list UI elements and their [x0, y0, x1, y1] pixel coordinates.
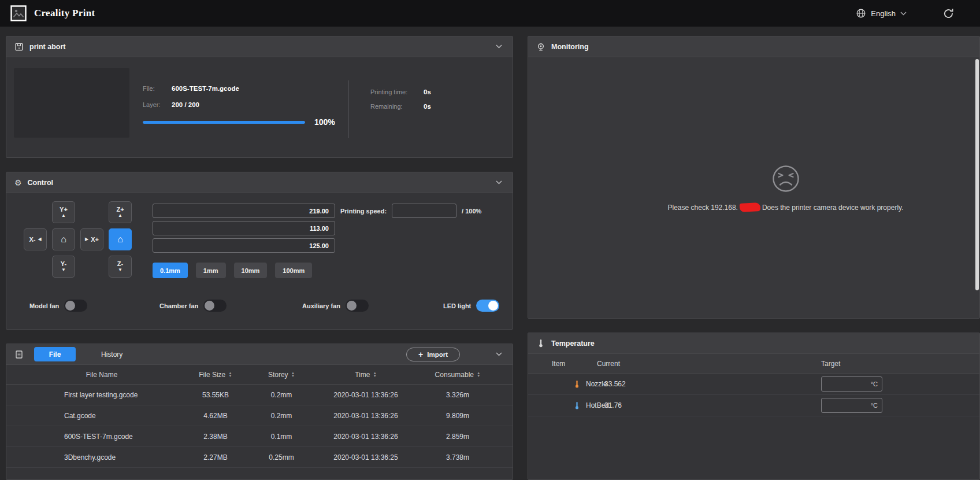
- table-row[interactable]: First layer testing.gcode 53.55KB 0.2mm …: [6, 385, 513, 405]
- table-row: HotBed 31.76 °C: [528, 395, 979, 416]
- hotbed-target-field: °C: [821, 398, 882, 413]
- model-fan-group: Model fan: [29, 300, 87, 312]
- step-10mm-button[interactable]: 10mm: [234, 263, 268, 278]
- temperature-title: Temperature: [551, 339, 595, 348]
- storey-cell: 0.1mm: [234, 433, 329, 441]
- printing-speed-input[interactable]: [392, 204, 456, 218]
- camera-error-message: Please check 192.168. Does the printer c…: [668, 203, 904, 212]
- y-position-input[interactable]: [153, 221, 335, 235]
- celsius-unit: °C: [871, 381, 878, 387]
- layer-line: Layer: 200 / 200: [143, 101, 199, 108]
- auxiliary-fan-toggle[interactable]: [346, 300, 369, 312]
- chamber-fan-toggle[interactable]: [203, 300, 227, 312]
- z-plus-button[interactable]: Z+ ▲: [109, 201, 132, 223]
- step-size-buttons: 0.1mm 1mm 10mm 100mm: [153, 263, 312, 278]
- file-name-cell: 3Dbenchy.gcode: [6, 453, 197, 461]
- jog-pad: Y+ ▲ Z+ ▲ X- ◀ ⌂ ▶: [24, 201, 132, 278]
- gear-icon: ⚙: [14, 179, 22, 187]
- time-cell: 2020-03-01 13:36:26: [329, 433, 403, 441]
- model-thumbnail: [14, 68, 129, 138]
- sort-icon[interactable]: ▲▼: [291, 372, 295, 377]
- nozzle-item: Nozzle: [573, 380, 597, 389]
- file-value: 600S-TEST-7m.gcode: [172, 85, 239, 92]
- divider: [348, 80, 349, 138]
- step-100mm-button[interactable]: 100mm: [275, 263, 312, 278]
- table-row[interactable]: 3Dbenchy.gcode 2.27MB 0.25mm 2020-03-01 …: [6, 447, 513, 468]
- z-minus-label: Z-: [117, 260, 123, 267]
- x-plus-label: X+: [91, 236, 99, 243]
- z-plus-label: Z+: [116, 206, 124, 213]
- hotbed-target: °C: [821, 398, 979, 413]
- print-abort-panel: print abort File: 600S-TEST-7m.gcode Lay…: [6, 36, 513, 158]
- print-progress: 100%: [143, 117, 335, 127]
- import-button[interactable]: + Import: [406, 348, 460, 361]
- model-fan-label: Model fan: [29, 302, 59, 309]
- top-bar-right: English: [856, 8, 972, 20]
- chevron-down-icon: [900, 12, 907, 16]
- table-row[interactable]: Cat.gcode 4.62MB 0.2mm 2020-03-01 13:36:…: [6, 405, 513, 426]
- toggle-knob: [65, 301, 75, 311]
- x-plus-button[interactable]: ▶ X+: [80, 228, 103, 250]
- col-file-name: File Name: [6, 371, 197, 379]
- nozzle-target-input[interactable]: [822, 381, 871, 387]
- globe-icon: [856, 8, 866, 19]
- progress-percent: 100%: [314, 117, 335, 127]
- x-minus-button[interactable]: X- ◀: [24, 228, 47, 250]
- led-light-group: LED light: [443, 300, 499, 312]
- led-light-toggle[interactable]: [476, 300, 499, 312]
- file-panel: File History + Import File Name File Siz…: [6, 344, 513, 480]
- file-size-cell: 4.62MB: [197, 412, 234, 420]
- y-minus-label: Y-: [61, 260, 66, 267]
- z-position-input[interactable]: [153, 238, 335, 253]
- home-z-button[interactable]: ⌂: [109, 228, 132, 250]
- x-minus-label: X-: [29, 236, 35, 243]
- consumable-cell: 3.326m: [403, 391, 513, 399]
- z-minus-button[interactable]: Z- ▼: [109, 256, 132, 278]
- y-plus-button[interactable]: Y+ ▲: [52, 201, 75, 223]
- print-abort-title: print abort: [29, 43, 66, 51]
- arrow-down-icon: ▼: [118, 268, 122, 273]
- remaining-label: Remaining:: [370, 103, 417, 110]
- table-row[interactable]: 600S-TEST-7m.gcode 2.38MB 0.1mm 2020-03-…: [6, 426, 513, 447]
- model-fan-toggle[interactable]: [64, 300, 87, 312]
- print-stats: Printing time: 0s Remaining: 0s: [370, 88, 431, 117]
- collapse-chevron-icon[interactable]: [493, 42, 504, 51]
- col-consumable-label: Consumable: [435, 371, 474, 379]
- scrollbar-thumb[interactable]: [975, 59, 979, 290]
- hotbed-current: 31.76: [604, 401, 821, 409]
- tab-file[interactable]: File: [34, 347, 76, 361]
- col-time: Time ▲▼: [329, 371, 403, 379]
- hotbed-target-input[interactable]: [822, 402, 871, 409]
- printing-time-label: Printing time:: [370, 88, 417, 95]
- step-0.1mm-button[interactable]: 0.1mm: [153, 263, 188, 278]
- collapse-chevron-icon[interactable]: [493, 178, 504, 187]
- toggle-knob: [205, 301, 214, 311]
- step-1mm-button[interactable]: 1mm: [196, 263, 226, 278]
- camera-icon: [536, 42, 545, 51]
- y-plus-label: Y+: [60, 206, 68, 213]
- refresh-button[interactable]: [942, 8, 955, 20]
- collapse-chevron-icon[interactable]: [493, 350, 504, 359]
- file-table-header: File Name File Size ▲▼ Storey ▲▼ Time ▲▼…: [6, 365, 513, 385]
- progress-fill: [143, 121, 305, 124]
- sort-icon[interactable]: ▲▼: [228, 372, 232, 377]
- y-minus-button[interactable]: Y- ▼: [52, 256, 75, 278]
- document-icon: [14, 350, 24, 359]
- consumable-cell: 3.738m: [403, 453, 513, 461]
- sort-icon[interactable]: ▲▼: [477, 372, 480, 377]
- time-cell: 2020-03-01 13:36:25: [329, 453, 403, 461]
- file-size-cell: 2.27MB: [197, 453, 234, 461]
- control-header: ⚙ Control: [6, 172, 513, 193]
- tab-history[interactable]: History: [101, 350, 122, 359]
- language-selector[interactable]: English: [856, 8, 907, 19]
- sort-icon[interactable]: ▲▼: [373, 372, 376, 377]
- plus-icon: +: [418, 350, 423, 359]
- monitoring-title: Monitoring: [551, 43, 589, 51]
- consumable-cell: 9.809m: [403, 412, 513, 420]
- sad-face-icon: [771, 164, 801, 194]
- x-position-input[interactable]: [153, 204, 335, 218]
- control-panel: ⚙ Control Y+ ▲ Z+ ▲ X-: [6, 172, 513, 330]
- control-body: Y+ ▲ Z+ ▲ X- ◀ ⌂ ▶: [6, 193, 513, 329]
- home-xy-button[interactable]: ⌂: [52, 228, 75, 250]
- print-abort-header: print abort: [6, 36, 513, 57]
